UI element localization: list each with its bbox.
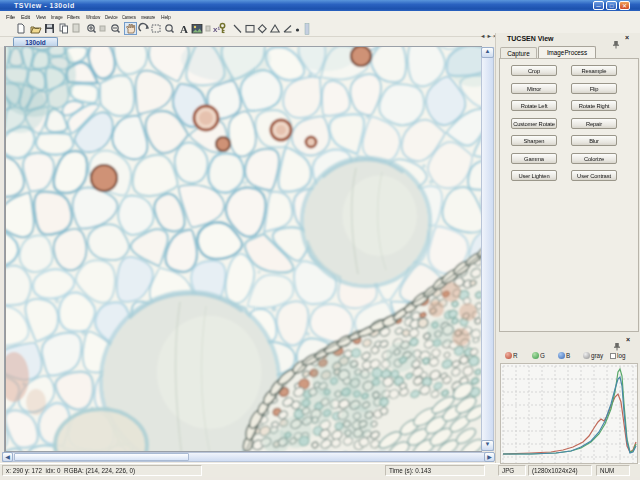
svg-text:Filters: Filters <box>67 14 80 20</box>
svg-text:Help: Help <box>161 14 171 20</box>
svg-text:Window: Window <box>86 14 101 20</box>
svg-text:Image: Image <box>51 14 63 20</box>
svg-text:x¹: x¹ <box>213 25 220 34</box>
svg-text:File: File <box>6 14 16 20</box>
svg-text:Edit: Edit <box>21 14 30 20</box>
svg-text:A: A <box>180 23 188 35</box>
svg-text:Camera: Camera <box>122 14 136 20</box>
svg-text:View: View <box>36 14 47 20</box>
svg-text:measure: measure <box>141 14 156 20</box>
svg-text:Device: Device <box>105 14 118 20</box>
